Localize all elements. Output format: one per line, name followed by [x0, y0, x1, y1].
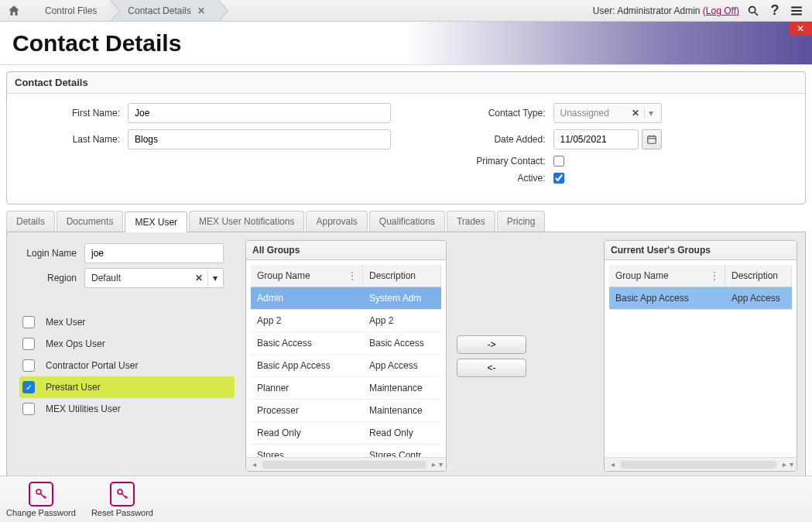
table-row[interactable]: StoresStores Contr: [251, 445, 441, 457]
table-row[interactable]: ProcesserMaintenance: [251, 400, 441, 422]
chevron-down-icon[interactable]: ▾: [790, 460, 793, 469]
page-title: Contact Details: [12, 30, 181, 57]
bottom-toolbar: Change Password Reset Password: [0, 476, 812, 522]
region-value: Default: [91, 273, 121, 283]
tabs: Details Documents MEX User MEX User Noti…: [6, 211, 806, 232]
breadcrumb-label: Control Files: [45, 5, 97, 16]
first-name-field[interactable]: [128, 103, 391, 123]
primary-contact-label: Primary Contact:: [422, 156, 553, 167]
check-mex-user[interactable]: Mex User: [19, 311, 235, 333]
title-banner: Contact Details ✕: [0, 22, 812, 65]
active-label: Active:: [422, 173, 553, 184]
scroll-left-icon[interactable]: ◂: [608, 460, 618, 469]
chevron-down-icon[interactable]: ▾: [439, 460, 443, 469]
table-row[interactable]: App 2App 2: [251, 310, 441, 332]
contact-type-combo[interactable]: Unassigned ✕ ▾: [553, 103, 662, 123]
scroll-left-icon[interactable]: ◂: [249, 460, 259, 469]
checkbox[interactable]: [22, 403, 35, 415]
table-row[interactable]: Basic App AccessApp Access: [251, 355, 441, 377]
table-row[interactable]: PlannerMaintenance: [251, 377, 441, 400]
checkbox[interactable]: ✓: [22, 381, 35, 393]
col-group-name[interactable]: Group Name⋮: [251, 265, 363, 287]
breadcrumb-control-files[interactable]: Control Files: [28, 0, 111, 21]
panel-title: Contact Details: [7, 72, 805, 94]
horizontal-scrollbar[interactable]: ◂ ▸ ▾: [605, 457, 797, 471]
close-icon[interactable]: ✕: [197, 5, 205, 16]
check-contractor-portal-user[interactable]: Contractor Portal User: [19, 355, 235, 376]
check-mex-ops-user[interactable]: Mex Ops User: [19, 333, 235, 355]
logoff-link[interactable]: (Log Off): [703, 5, 739, 16]
login-name-label: Login Name: [19, 248, 84, 259]
col-group-name[interactable]: Group Name⋮: [609, 265, 725, 287]
check-prestart-user[interactable]: ✓ Prestart User: [19, 376, 235, 398]
close-button[interactable]: ✕: [789, 22, 812, 36]
contact-details-panel: Contact Details First Name: Last Name: C…: [6, 71, 806, 204]
home-button[interactable]: [0, 0, 28, 21]
table-row[interactable]: Basic AccessBasic Access: [251, 332, 441, 355]
active-checkbox[interactable]: [553, 173, 564, 184]
table-row[interactable]: Basic App AccessApp Access: [609, 287, 792, 310]
top-breadcrumb-bar: Control Files Contact Details ✕ User: Ad…: [0, 0, 812, 22]
login-name-field[interactable]: [84, 243, 224, 263]
change-password-button[interactable]: Change Password: [6, 482, 76, 517]
col-description[interactable]: Description: [363, 265, 441, 287]
scroll-right-icon[interactable]: ▸: [779, 460, 790, 469]
breadcrumb-contact-details[interactable]: Contact Details ✕: [111, 0, 218, 21]
grid-header: Group Name⋮ Description: [609, 265, 792, 287]
calendar-button[interactable]: [642, 129, 662, 149]
col-description[interactable]: Description: [725, 265, 792, 287]
search-icon[interactable]: [745, 3, 761, 19]
key-icon: [110, 482, 135, 507]
contact-type-value: Unassigned: [560, 108, 609, 118]
chevron-down-icon[interactable]: ▾: [207, 269, 221, 287]
home-icon: [7, 4, 21, 18]
tab-qualifications[interactable]: Qualifications: [369, 211, 445, 232]
help-icon[interactable]: ?: [767, 3, 783, 19]
key-icon: [29, 482, 53, 507]
calendar-icon: [646, 134, 657, 145]
tab-pricing[interactable]: Pricing: [497, 211, 546, 232]
checkbox[interactable]: [22, 359, 35, 372]
first-name-label: First Name:: [19, 108, 128, 118]
svg-point-0: [749, 6, 755, 12]
last-name-field[interactable]: [128, 129, 391, 149]
checkbox[interactable]: [22, 316, 35, 328]
all-groups-grid: All Groups Group Name⋮ Description Admin…: [245, 240, 447, 472]
svg-point-6: [36, 489, 41, 494]
kebab-icon[interactable]: ⋮: [348, 270, 356, 281]
table-row[interactable]: AdminSystem Adm: [251, 287, 441, 310]
grid-body[interactable]: AdminSystem Adm App 2App 2 Basic AccessB…: [251, 287, 441, 457]
region-combo[interactable]: Default ✕ ▾: [84, 268, 224, 288]
scroll-right-icon[interactable]: ▸: [429, 460, 439, 469]
move-left-button[interactable]: <-: [457, 359, 526, 377]
grid-title: Current User's Groups: [605, 241, 797, 260]
tab-documents[interactable]: Documents: [57, 211, 124, 232]
mex-user-form: Login Name Region Default ✕ ▾ Mex User: [15, 240, 239, 472]
region-label: Region: [19, 273, 84, 283]
grid-title: All Groups: [246, 241, 446, 260]
horizontal-scrollbar[interactable]: ◂ ▸ ▾: [246, 457, 446, 471]
table-row[interactable]: Read OnlyRead Only: [251, 422, 441, 445]
svg-line-1: [755, 12, 758, 15]
chevron-down-icon[interactable]: ▾: [644, 108, 658, 118]
menu-icon[interactable]: [789, 3, 804, 19]
current-groups-grid: Current User's Groups Group Name⋮ Descri…: [604, 240, 797, 472]
date-added-field[interactable]: [553, 129, 639, 149]
clear-icon[interactable]: ✕: [627, 108, 644, 118]
breadcrumb-label: Contact Details: [128, 5, 190, 16]
check-mex-utilities-user[interactable]: MEX Utilities User: [19, 398, 235, 420]
tab-details[interactable]: Details: [6, 211, 55, 232]
svg-rect-2: [647, 136, 656, 143]
tab-mex-user-notifications[interactable]: MEX User Notifications: [189, 211, 304, 232]
move-right-button[interactable]: ->: [457, 335, 526, 354]
reset-password-button[interactable]: Reset Password: [91, 482, 153, 517]
kebab-icon[interactable]: ⋮: [710, 270, 718, 281]
grid-body[interactable]: Basic App AccessApp Access: [609, 287, 792, 457]
tab-mex-user[interactable]: MEX User: [125, 211, 187, 232]
clear-icon[interactable]: ✕: [190, 273, 207, 283]
tab-approvals[interactable]: Approvals: [306, 211, 367, 232]
checkbox[interactable]: [22, 338, 35, 350]
primary-contact-checkbox[interactable]: [553, 156, 564, 167]
date-added-label: Date Added:: [422, 134, 553, 145]
tab-trades[interactable]: Trades: [447, 211, 495, 232]
